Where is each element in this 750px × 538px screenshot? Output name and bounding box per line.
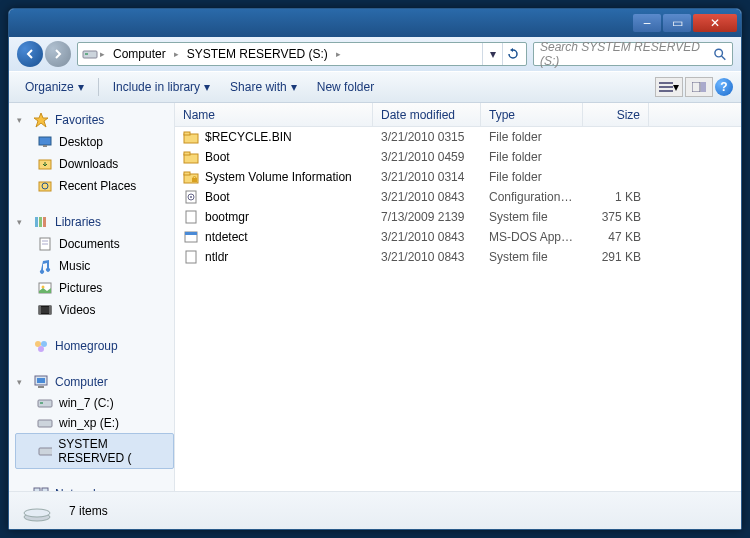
sidebar-item-music[interactable]: Music: [15, 255, 174, 277]
file-name: Boot: [205, 190, 230, 204]
sidebar-libraries[interactable]: ▾Libraries: [15, 211, 174, 233]
file-row[interactable]: bootmgr7/13/2009 2139System file375 KB: [175, 207, 741, 227]
file-date: 7/13/2009 2139: [373, 210, 481, 224]
nav-bar: ▸ Computer ▸ SYSTEM RESERVED (S:) ▸ ▾ Se…: [9, 37, 741, 71]
breadcrumb-computer[interactable]: Computer: [107, 47, 172, 61]
drive-icon: [37, 397, 53, 409]
drive-large-icon: [21, 499, 53, 523]
svg-rect-53: [186, 251, 196, 263]
search-input[interactable]: Search SYSTEM RESERVED (S:): [533, 42, 733, 66]
file-type: File folder: [481, 130, 583, 144]
sidebar-item-documents[interactable]: Documents: [15, 233, 174, 255]
file-icon: [183, 249, 199, 265]
file-icon: [183, 149, 199, 165]
history-dropdown-button[interactable]: ▾: [482, 43, 502, 65]
forward-button[interactable]: [45, 41, 71, 67]
body: ▾Favorites Desktop Downloads Recent Plac…: [9, 103, 741, 491]
sidebar-item-system-reserved[interactable]: SYSTEM RESERVED (: [15, 433, 174, 469]
star-icon: [33, 112, 49, 128]
svg-rect-14: [35, 217, 38, 227]
sidebar-item-win7[interactable]: win_7 (C:): [15, 393, 174, 413]
svg-rect-15: [39, 217, 42, 227]
address-bar[interactable]: ▸ Computer ▸ SYSTEM RESERVED (S:) ▸ ▾: [77, 42, 527, 66]
file-row[interactable]: System Volume Information3/21/2010 0314F…: [175, 167, 741, 187]
maximize-button[interactable]: ▭: [663, 14, 691, 32]
preview-pane-button[interactable]: [685, 77, 713, 97]
command-bar: Organize ▾ Include in library ▾ Share wi…: [9, 71, 741, 103]
file-name: bootmgr: [205, 210, 249, 224]
svg-rect-41: [184, 132, 190, 135]
file-name: ntldr: [205, 250, 228, 264]
column-headers: Name Date modified Type Size: [175, 103, 741, 127]
explorer-window: – ▭ ✕ ▸ Computer ▸ SYSTEM RESERVED (S:) …: [8, 8, 742, 530]
file-name: ntdetect: [205, 230, 248, 244]
navigation-pane[interactable]: ▾Favorites Desktop Downloads Recent Plac…: [9, 103, 175, 491]
file-type: File folder: [481, 150, 583, 164]
libraries-icon: [33, 214, 49, 230]
chevron-right-icon[interactable]: ▸: [174, 49, 179, 59]
file-list-pane: Name Date modified Type Size $RECYCLE.BI…: [175, 103, 741, 491]
svg-rect-5: [659, 86, 673, 88]
svg-point-49: [190, 196, 192, 198]
status-count: 7 items: [69, 504, 108, 518]
column-type[interactable]: Type: [481, 103, 583, 126]
file-row[interactable]: ntldr3/21/2010 0843System file291 KB: [175, 247, 741, 267]
column-size[interactable]: Size: [583, 103, 649, 126]
titlebar[interactable]: – ▭ ✕: [9, 9, 741, 37]
file-date: 3/21/2010 0843: [373, 230, 481, 244]
svg-point-26: [41, 341, 47, 347]
sidebar-item-pictures[interactable]: Pictures: [15, 277, 174, 299]
file-size: 47 KB: [583, 230, 649, 244]
share-with-button[interactable]: Share with ▾: [222, 76, 305, 98]
file-size: 291 KB: [583, 250, 649, 264]
file-row[interactable]: Boot3/21/2010 0843Configuration sett...1…: [175, 187, 741, 207]
sidebar-item-downloads[interactable]: Downloads: [15, 153, 174, 175]
file-rows[interactable]: $RECYCLE.BIN3/21/2010 0315File folderBoo…: [175, 127, 741, 491]
breadcrumb-drive[interactable]: SYSTEM RESERVED (S:): [181, 47, 334, 61]
refresh-button[interactable]: [502, 43, 522, 65]
svg-rect-30: [38, 386, 44, 388]
back-button[interactable]: [17, 41, 43, 67]
minimize-button[interactable]: –: [633, 14, 661, 32]
close-button[interactable]: ✕: [693, 14, 737, 32]
homegroup-icon: [33, 338, 49, 354]
chevron-right-icon[interactable]: ▸: [336, 49, 341, 59]
sidebar-item-desktop[interactable]: Desktop: [15, 131, 174, 153]
sidebar-item-winxp[interactable]: win_xp (E:): [15, 413, 174, 433]
sidebar-network[interactable]: Network: [15, 483, 174, 491]
column-name[interactable]: Name: [175, 103, 373, 126]
sidebar-item-recent[interactable]: Recent Places: [15, 175, 174, 197]
file-row[interactable]: Boot3/21/2010 0459File folder: [175, 147, 741, 167]
svg-rect-6: [659, 90, 673, 92]
view-options-button[interactable]: ▾: [655, 77, 683, 97]
search-placeholder: Search SYSTEM RESERVED (S:): [540, 40, 713, 68]
include-library-button[interactable]: Include in library ▾: [105, 76, 218, 98]
file-icon: [183, 189, 199, 205]
column-date[interactable]: Date modified: [373, 103, 481, 126]
desktop-icon: [37, 134, 53, 150]
svg-point-27: [38, 346, 44, 352]
svg-rect-46: [192, 178, 197, 182]
chevron-down-icon: ▾: [204, 80, 210, 94]
downloads-icon: [37, 156, 53, 172]
sidebar-computer[interactable]: ▾Computer: [15, 371, 174, 393]
svg-rect-33: [38, 420, 52, 427]
drive-icon: [82, 46, 98, 62]
file-icon: [183, 129, 199, 145]
sidebar-homegroup[interactable]: Homegroup: [15, 335, 174, 357]
svg-point-25: [35, 341, 41, 347]
file-type: MS-DOS Applicati...: [481, 230, 583, 244]
organize-button[interactable]: Organize ▾: [17, 76, 92, 98]
file-row[interactable]: ntdetect3/21/2010 0843MS-DOS Applicati..…: [175, 227, 741, 247]
new-folder-button[interactable]: New folder: [309, 76, 382, 98]
documents-icon: [37, 236, 53, 252]
help-button[interactable]: ?: [715, 78, 733, 96]
sidebar-favorites[interactable]: ▾Favorites: [15, 109, 174, 131]
file-date: 3/21/2010 0314: [373, 170, 481, 184]
chevron-right-icon[interactable]: ▸: [100, 49, 105, 59]
svg-rect-7: [692, 82, 700, 92]
svg-rect-10: [43, 145, 47, 147]
svg-rect-4: [659, 82, 673, 84]
file-row[interactable]: $RECYCLE.BIN3/21/2010 0315File folder: [175, 127, 741, 147]
sidebar-item-videos[interactable]: Videos: [15, 299, 174, 321]
